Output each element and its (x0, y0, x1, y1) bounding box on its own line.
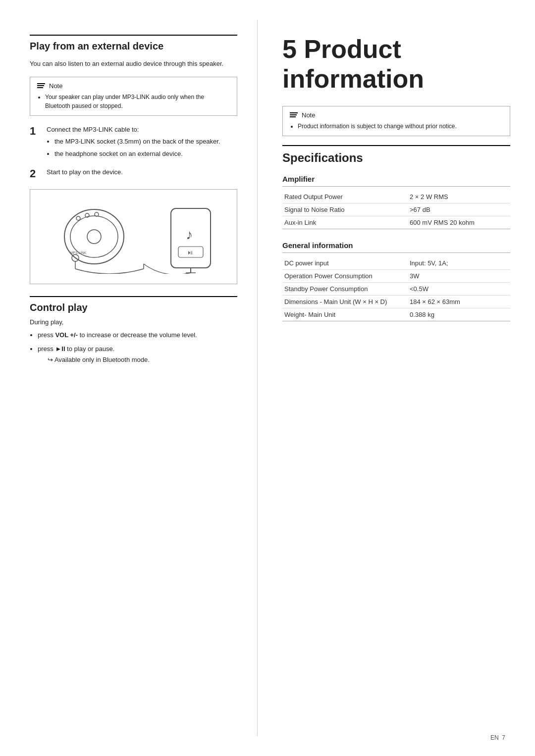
footer-lang: EN (490, 734, 499, 741)
external-device-title: Play from an external device (30, 35, 237, 52)
spec-label: Dimensions - Main Unit (W × H × D) (282, 295, 408, 308)
note-item-right: Product information is subject to change… (298, 122, 503, 131)
note-box-external: Note Your speaker can play under MP3-LIN… (30, 77, 237, 116)
step-2-num: 2 (30, 167, 41, 180)
amplifier-table: Rated Output Power 2 × 2 W RMS Signal to… (282, 191, 510, 229)
spec-value: >67 dB (408, 203, 510, 216)
step-2-content: Start to play on the device. (47, 167, 123, 178)
page-footer: EN 7 (490, 734, 505, 741)
right-column: 5 Product information Note Product infor… (258, 20, 535, 736)
external-device-intro: You can also listen to an external audio… (30, 59, 237, 69)
svg-text:♪: ♪ (186, 227, 193, 242)
control-bullet-2: press ►II to play or pause. Available on… (38, 344, 237, 365)
step-1-bullet-2: the headphone socket on an external devi… (54, 149, 220, 159)
table-row: Dimensions - Main Unit (W × H × D) 184 ×… (282, 295, 510, 308)
left-column: Play from an external device You can als… (0, 20, 258, 736)
step-1-bullet-1: the MP3-LINK socket (3.5mm) on the back … (54, 137, 220, 147)
steps-list: 1 Connect the MP3-LINK cable to: the MP3… (30, 125, 237, 180)
note-icon-right (290, 112, 298, 117)
general-table: DC power input Input: 5V, 1A; Operation … (282, 257, 510, 321)
control-bullet-1: press VOL +/- to increase or decrease th… (38, 330, 237, 341)
speaker-svg: MP3-LINK ♪ ⏯ (45, 200, 223, 274)
svg-text:MP3-LINK: MP3-LINK (70, 251, 87, 254)
note-label: Note (49, 82, 62, 90)
general-info-title: General information (282, 241, 510, 253)
spec-label: DC power input (282, 257, 408, 270)
specifications-title: Specifications (282, 145, 510, 165)
control-list: press VOL +/- to increase or decrease th… (30, 330, 237, 365)
footer-page: 7 (502, 734, 505, 741)
svg-point-0 (64, 209, 124, 264)
spec-label: Rated Output Power (282, 191, 408, 203)
table-row: Signal to Noise Ratio >67 dB (282, 203, 510, 216)
step-1: 1 Connect the MP3-LINK cable to: the MP3… (30, 125, 237, 161)
step-1-content: Connect the MP3-LINK cable to: the MP3-L… (47, 125, 220, 161)
table-row: Rated Output Power 2 × 2 W RMS (282, 191, 510, 203)
spec-value: 184 × 62 × 63mm (408, 295, 510, 308)
spec-label: Operation Power Consumption (282, 269, 408, 282)
note-list: Your speaker can play under MP3-LINK aud… (37, 93, 230, 110)
spec-value: Input: 5V, 1A; (408, 257, 510, 270)
spec-value: 2 × 2 W RMS (408, 191, 510, 203)
note-icon (37, 83, 45, 88)
note-box-product: Note Product information is subject to c… (282, 106, 510, 136)
note-label-right: Note (302, 111, 315, 119)
step-1-num: 1 (30, 125, 41, 138)
spec-label: Signal to Noise Ratio (282, 203, 408, 216)
control-play-title: Control play (30, 296, 237, 313)
table-row: DC power input Input: 5V, 1A; (282, 257, 510, 270)
control-sub-bullet: Available only in Bluetooth mode. (48, 354, 237, 365)
table-row: Standby Power Consumption <0.5W (282, 282, 510, 295)
spec-label: Standby Power Consumption (282, 282, 408, 295)
spec-value: 600 mV RMS 20 kohm (408, 216, 510, 229)
note-list-right: Product information is subject to change… (290, 122, 503, 131)
svg-point-2 (87, 230, 101, 244)
speaker-diagram: MP3-LINK ♪ ⏯ (30, 189, 237, 284)
step-2: 2 Start to play on the device. (30, 167, 237, 180)
table-row: Weight- Main Unit 0.388 kg (282, 308, 510, 321)
amplifier-title: Amplifier (282, 175, 510, 187)
product-info-title: 5 Product information (282, 35, 510, 94)
spec-value: <0.5W (408, 282, 510, 295)
svg-point-3 (76, 216, 80, 220)
svg-text:⏯: ⏯ (187, 249, 193, 256)
spec-value: 3W (408, 269, 510, 282)
spec-label: Weight- Main Unit (282, 308, 408, 321)
note-item: Your speaker can play under MP3-LINK aud… (45, 93, 230, 110)
control-play-intro: During play, (30, 318, 237, 326)
spec-value: 0.388 kg (408, 308, 510, 321)
table-row: Aux-in Link 600 mV RMS 20 kohm (282, 216, 510, 229)
table-row: Operation Power Consumption 3W (282, 269, 510, 282)
spec-label: Aux-in Link (282, 216, 408, 229)
